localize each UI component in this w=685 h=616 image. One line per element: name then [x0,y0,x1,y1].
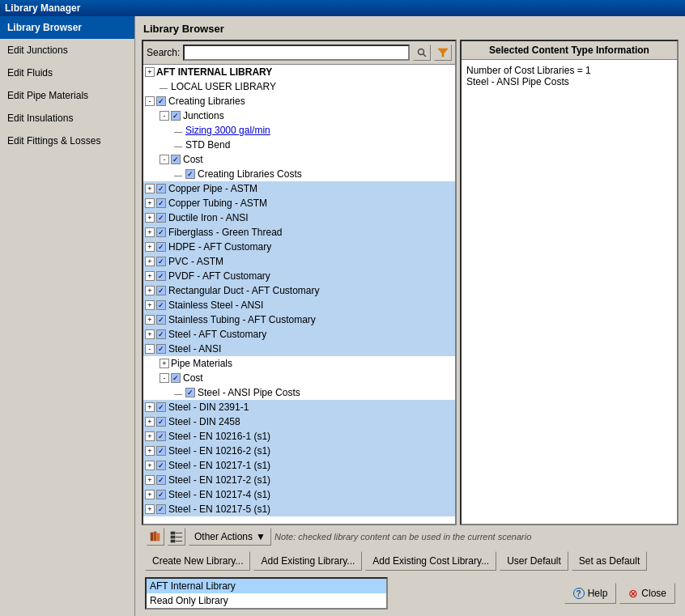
tree-expander[interactable]: + [145,184,155,193]
tree-item: +Steel - EN 10217-2 (s1) [143,473,455,487]
tree-checkbox[interactable] [171,373,181,383]
tree-item: +AFT INTERNAL LIBRARY [143,65,455,79]
tree-item: +Steel - AFT Customary [143,327,455,342]
tree-expander[interactable]: - [160,155,169,164]
tree-checkbox[interactable] [156,213,166,223]
sidebar-item-edit-pipe-materials[interactable]: Edit Pipe Materials [0,84,134,107]
tree-expander[interactable]: + [145,213,155,223]
tree-expander[interactable]: + [145,271,155,281]
tree-checkbox[interactable] [156,184,166,193]
tree-expander[interactable]: + [145,504,155,514]
tree-checkbox[interactable] [156,431,166,441]
svg-rect-3 [151,533,153,541]
search-icon [417,48,427,57]
sidebar-item-edit-fluids[interactable]: Edit Fluids [0,62,134,84]
tree-item-label: Steel - AFT Customary [168,328,266,341]
other-actions-button[interactable]: Other Actions ▼ [189,528,271,546]
tree-expander[interactable]: + [145,67,155,77]
tree-checkbox[interactable] [156,315,166,325]
tree-item-label: Steel - EN 10217-4 (s1) [168,488,270,501]
tree-expander[interactable]: - [160,111,169,121]
sidebar-item-edit-fittings-losses[interactable]: Edit Fittings & Losses [0,130,134,152]
tree-item-label: Creating Libraries [168,95,245,108]
svg-line-1 [423,54,426,57]
tree-checkbox[interactable] [156,300,166,310]
tree-expander[interactable]: + [145,461,155,470]
tree-expander[interactable]: - [160,373,169,383]
tree-item-label: Rectangular Duct - AFT Customary [168,284,320,297]
user-default-button[interactable]: User Default [500,551,568,571]
tree-checkbox[interactable] [156,402,166,412]
tree-item: -Cost [143,152,455,167]
tree-item-label: Steel - EN 10217-2 (s1) [168,474,270,486]
tree-expander[interactable]: - [145,344,155,354]
tree-expander[interactable]: + [145,431,155,441]
tree-expander[interactable]: - [145,96,155,106]
tree-checkbox[interactable] [156,96,166,106]
tree-checkbox[interactable] [156,227,166,237]
tree-checkbox[interactable] [171,111,181,121]
tree-expander[interactable]: + [145,242,155,252]
bottom-toolbar: Other Actions ▼ Note: checked library co… [142,525,679,548]
tree-checkbox[interactable] [156,271,166,281]
tree-item: +Fiberglass - Green Thread [143,225,455,240]
add-existing-library-button[interactable]: Add Existing Library... [253,551,362,571]
tree-checkbox[interactable] [156,286,166,295]
sidebar-item-edit-junctions[interactable]: Edit Junctions [0,39,134,62]
tree-checkbox[interactable] [156,198,166,208]
tree-expander[interactable]: + [145,446,155,456]
tree-expander[interactable]: + [145,257,155,266]
tree-expander[interactable]: + [145,227,155,237]
set-as-default-button[interactable]: Set as Default [572,551,647,571]
library-list-item[interactable]: Read Only Library [147,593,386,608]
tree-checkbox[interactable] [185,388,195,397]
tree-expander[interactable]: + [145,286,155,295]
tree-checkbox[interactable] [171,155,181,164]
tree-expander[interactable]: + [145,329,155,339]
tree-checkbox[interactable] [185,169,195,179]
tree-checkbox[interactable] [156,417,166,427]
tree-item-label: Steel - EN 10216-2 (s1) [168,444,270,457]
tree-checkbox[interactable] [156,242,166,252]
tree-checkbox[interactable] [156,257,166,266]
tree-expander[interactable]: + [145,300,155,310]
tree-expander[interactable]: + [145,417,155,427]
tree-expander[interactable]: + [145,402,155,412]
tree-checkbox[interactable] [156,490,166,499]
tree-checkbox[interactable] [156,329,166,339]
tree-checkbox[interactable] [156,504,166,514]
tree-expander[interactable]: + [145,475,155,485]
close-button[interactable]: ⊗ Close [619,583,675,604]
add-existing-cost-library-button[interactable]: Add Existing Cost Library... [365,551,496,571]
library-list-item[interactable]: AFT Internal Library [147,579,386,593]
tree-item: +Ductile Iron - ANSI [143,210,455,225]
tree-item: Steel - ANSI Pipe Costs [143,385,455,400]
settings-icon [170,530,183,543]
help-button[interactable]: ? Help [564,583,617,604]
tree-item-label: PVC - ASTM [168,255,223,268]
tree-checkbox[interactable] [156,344,166,354]
search-label: Search: [147,47,180,58]
sidebar-item-library-browser[interactable]: Library Browser [0,16,134,39]
tree-expander-placeholder [174,169,184,179]
tree-checkbox[interactable] [156,461,166,470]
filter-icon [437,47,449,58]
toolbar-icon-btn-1[interactable] [147,528,164,546]
tree-checkbox[interactable] [156,475,166,485]
tree-expander[interactable]: + [145,198,155,208]
tree-expander[interactable]: + [145,490,155,499]
create-new-library-button[interactable]: Create New Library... [145,551,250,571]
tree-item-label: Junctions [183,109,224,122]
search-input[interactable] [183,45,410,61]
tree-item-label: Steel - ANSI Pipe Costs [198,386,300,399]
tree-expander[interactable]: + [145,315,155,325]
toolbar-icon-btn-2[interactable] [168,528,185,546]
svg-rect-4 [154,532,156,541]
tree-expander[interactable]: + [160,359,169,368]
filter-button[interactable] [434,45,452,61]
tree-item-label: Steel - DIN 2391-1 [168,401,249,414]
tree-item: -Steel - ANSI [143,342,455,356]
tree-checkbox[interactable] [156,446,166,456]
search-button[interactable] [413,45,431,61]
sidebar-item-edit-insulations[interactable]: Edit Insulations [0,107,134,130]
